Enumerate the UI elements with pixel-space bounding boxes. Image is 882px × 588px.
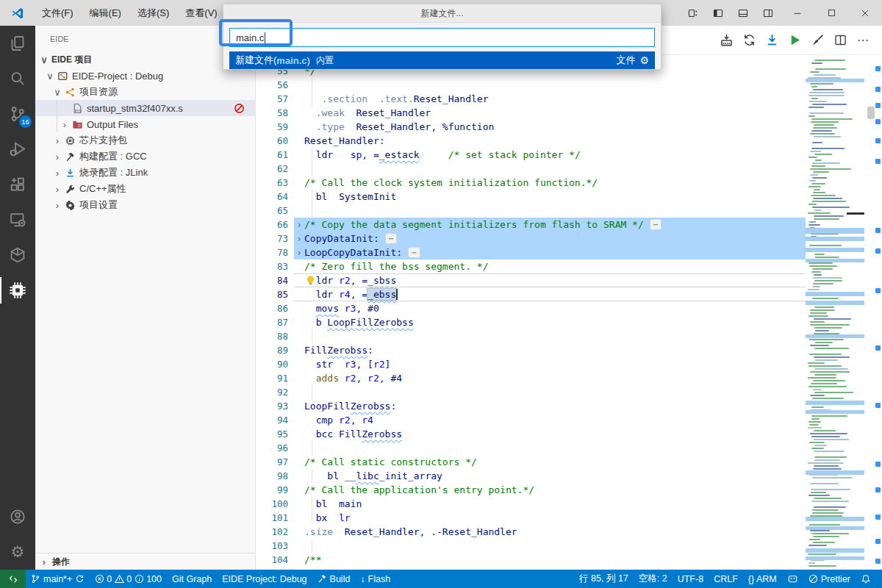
minimap[interactable] (806, 55, 864, 570)
cursor-position-status[interactable]: 行 85, 列 17 (574, 570, 634, 588)
minimap-line (811, 130, 832, 132)
menu-item-3[interactable]: 查看(V) (179, 4, 223, 23)
activity-accounts-icon[interactable] (0, 499, 35, 534)
tree-item-label: Output Files (87, 119, 138, 130)
run-icon[interactable] (786, 32, 803, 49)
tree-item-5[interactable]: ›构建配置 : GCC (35, 148, 255, 165)
more-actions-icon[interactable]: ⋯ (854, 32, 872, 49)
tree-item-1[interactable]: ∨项目资源 (35, 84, 255, 100)
encoding-status[interactable]: UTF-8 (673, 570, 709, 588)
line-number: 98 (256, 470, 294, 481)
toggle-sidebar-icon[interactable] (706, 3, 731, 24)
code-line-64: 64 bl SystemInit (256, 190, 806, 204)
indentation-status[interactable]: 空格: 2 (634, 570, 673, 588)
eol-status[interactable]: CRLF (709, 570, 743, 588)
tree-item-4[interactable]: ›芯片支持包 (35, 132, 255, 148)
minimap-line (808, 315, 829, 317)
notifications-status[interactable] (856, 570, 876, 588)
activity-extensions-icon[interactable] (0, 167, 35, 202)
toggle-secondary-sidebar-icon[interactable] (756, 3, 781, 24)
code-line-88: 88 (256, 329, 806, 343)
code-line-58: 58 .weak Reset_Handler (256, 106, 806, 120)
activity-container-icon[interactable] (0, 237, 35, 273)
build-status[interactable]: Build (312, 570, 356, 588)
robot-status[interactable] (782, 570, 803, 588)
activity-eide-chip-icon[interactable] (0, 273, 35, 308)
item-label-suffix: ) (307, 55, 310, 66)
minimap-line (813, 198, 842, 199)
tree-item-6[interactable]: ›烧录配置 : JLink (35, 165, 255, 181)
code-editor[interactable]: - ─────────55*/5657 .section .text.Reset… (256, 55, 806, 570)
minimap-line (808, 545, 828, 546)
sync-swap-icon[interactable] (740, 32, 758, 49)
clean-icon[interactable] (808, 32, 826, 49)
activity-run-debug-icon[interactable] (0, 132, 35, 167)
minimap-line (810, 433, 848, 434)
split-editor-icon[interactable] (831, 32, 849, 49)
code-line-98: 98 bl __libc_init_array (256, 469, 806, 483)
branch-status[interactable]: main*+ (26, 570, 90, 588)
scrollbar-slider[interactable] (867, 107, 875, 119)
folder-output-icon (71, 119, 84, 130)
sidebar-footer-actions[interactable]: › 操作 (35, 553, 255, 570)
minimap-line (815, 257, 839, 258)
activity-search-icon[interactable] (0, 61, 35, 96)
minimap-line (808, 427, 822, 429)
info-count: 100 (146, 574, 162, 584)
maximize-button[interactable] (814, 0, 848, 26)
fold-chevron-icon[interactable]: › (294, 234, 304, 244)
minimap-line (814, 154, 832, 155)
flash-status[interactable]: ↓ Flash (355, 570, 395, 588)
customize-layout-icon[interactable] (681, 3, 706, 24)
prettier-status[interactable]: Prettier (803, 570, 856, 588)
tree-item-8[interactable]: ›项目设置 (35, 197, 255, 213)
language-mode-status[interactable]: {} ARM (743, 570, 782, 588)
fold-chevron-icon[interactable]: › (294, 220, 304, 230)
folded-ellipsis-badge[interactable]: ⋯ (385, 233, 398, 244)
fold-chevron-icon[interactable]: › (294, 248, 304, 258)
resources-icon (63, 87, 76, 98)
quick-input-list-item[interactable]: 新建文件(main.c) 内置 文件 ⚙ (229, 51, 655, 69)
tree-item-7[interactable]: ›C/C++属性 (35, 181, 255, 197)
minimap-line (808, 365, 842, 367)
folded-ellipsis-badge[interactable]: ⋯ (408, 247, 420, 258)
activity-remote-explorer-icon[interactable] (0, 202, 35, 237)
git-graph-status[interactable]: Git Graph (167, 570, 217, 588)
eide-project-label: EIDE Project: Debug (222, 574, 306, 584)
build-icon[interactable] (717, 32, 735, 49)
line-number: 100 (256, 498, 294, 509)
toggle-panel-icon[interactable] (731, 3, 756, 24)
tree-item-0[interactable]: ∨EIDE-Project : Debug (35, 68, 255, 84)
menu-item-0[interactable]: 文件(F) (35, 4, 80, 23)
item-description: 内置 (316, 54, 334, 67)
code-text: /* Zero fill the bss segment. */ (304, 259, 488, 273)
minimap-line (814, 215, 843, 217)
minimize-button[interactable] (781, 0, 814, 26)
line-number: 59 (256, 121, 294, 132)
eide-project-status[interactable]: EIDE Project: Debug (217, 570, 312, 588)
remote-indicator[interactable] (0, 570, 26, 588)
overview-ruler[interactable] (864, 55, 882, 570)
tree-item-2[interactable]: ASMstartup_stm32f407xx.s (35, 100, 255, 116)
lightbulb-icon[interactable] (306, 276, 315, 285)
flash-download-icon[interactable] (763, 32, 781, 49)
tree-item-3[interactable]: ›Output Files (35, 116, 255, 132)
folded-ellipsis-badge[interactable]: ⋯ (650, 219, 662, 230)
activity-explorer-icon[interactable] (0, 26, 35, 61)
activity-settings-gear-icon[interactable]: ⚙ (0, 534, 35, 570)
minimap-line (808, 421, 821, 423)
menu-item-2[interactable]: 选择(S) (131, 4, 176, 23)
close-button[interactable] (848, 0, 882, 26)
code-line-97: 97/* Call static constructors */ (256, 455, 806, 469)
new-file-name-input[interactable]: main.c (229, 28, 655, 47)
menu-item-1[interactable]: 编辑(E) (83, 4, 128, 23)
tree-item-label: startup_stm32f407xx.s (87, 103, 183, 114)
window-controls (681, 0, 882, 26)
code-line-92: 92 (256, 385, 806, 399)
problems-status[interactable]: 0 0 100 (90, 570, 167, 588)
configure-gear-icon[interactable]: ⚙ (639, 54, 649, 66)
activity-source-control-icon[interactable]: 16 (0, 96, 35, 132)
chevron-down-icon: ∨ (51, 87, 63, 98)
minimap-line (808, 495, 830, 496)
vscode-logo-icon[interactable] (0, 7, 35, 20)
